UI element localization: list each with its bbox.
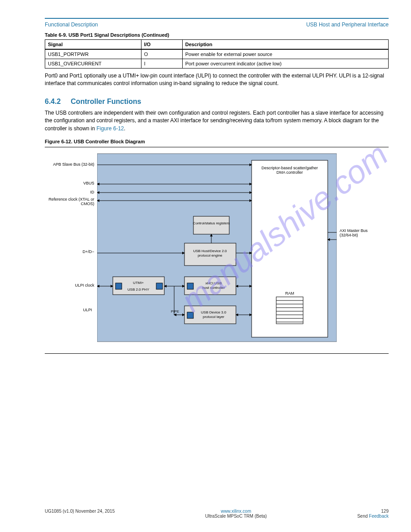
section-number: 6.4.2 (45, 98, 61, 105)
th-signal: Signal (45, 40, 141, 50)
svg-rect-2 (276, 297, 303, 324)
footer-page: 129 (357, 509, 389, 514)
table-header-row: Signal I/O Description (45, 40, 389, 50)
txt-csr: Control/status registers (193, 221, 229, 225)
svg-rect-13 (187, 283, 193, 289)
txt-pipe: PIPE (171, 309, 179, 313)
txt-phy2: USB 2.0 PHY (127, 287, 149, 292)
label-master-bus: AXI Master Bus (32/64-bit) (340, 229, 376, 238)
signals-table: Signal I/O Description USB1_PORTPWR O Po… (45, 39, 389, 69)
cell-signal: USB1_OVERCURRENT (45, 59, 141, 69)
txt-ram: RAM (285, 291, 294, 296)
section-body: The USB controllers are independent with… (45, 109, 389, 133)
svg-rect-18 (156, 283, 163, 289)
header-row: Functional Description USB Host and Peri… (45, 21, 389, 28)
label-ulpi-clk: ULPI clock (66, 283, 97, 288)
txt-phy2-utmi: UTMI+ (133, 281, 144, 285)
txt-protocol-engine: USB Host/Device 2.0protocol engine (193, 249, 227, 257)
table-row: USB1_PORTPWR O Power enable for external… (45, 49, 389, 59)
figure-top-rule (45, 147, 389, 147)
svg-rect-17 (116, 283, 122, 289)
footer: UG1085 (v1.0) November 24, 2015 www.xili… (45, 509, 389, 519)
cell-signal: USB1_PORTPWR (45, 49, 141, 59)
footer-center-title: UltraScale MPSoC TRM (Beta) (205, 514, 267, 519)
svg-rect-15 (187, 312, 193, 318)
footer-feedback-link[interactable]: Feedback (369, 514, 389, 519)
intro-paragraph: Port0 and Port1 optionally use a UTMI+ l… (45, 72, 389, 88)
th-desc: Description (182, 40, 388, 50)
label-ulpi: ULPI (81, 308, 94, 313)
svg-rect-10 (193, 216, 229, 234)
th-io: I/O (141, 40, 182, 50)
cell-io: I (141, 59, 182, 69)
header-left: Functional Description (45, 21, 98, 28)
figure-ref[interactable]: Figure 6-12 (96, 125, 124, 132)
cell-io: O (141, 49, 182, 59)
footer-send: Send (357, 514, 369, 519)
label-refclk: Reference clock (XTAL or CMOS) (43, 197, 97, 206)
footer-docid: UG1085 (v1.0) November 24, 2015 (45, 509, 115, 514)
table-title: Table 6-9. USB Port1 Signal Descriptions… (45, 32, 389, 38)
cell-desc: Power enable for external power source (182, 49, 388, 59)
header-rule (45, 18, 389, 19)
label-slave-bus: APB Slave Bus (32-bit) (48, 163, 97, 167)
txt-protocol-layer: USB Device 3.0protocol layer (201, 310, 226, 319)
txt-xhci: xHCI USBhost controller (202, 281, 225, 290)
diagram-svg: Descriptor-based scatter/gatherDMA contr… (97, 149, 337, 351)
figure-title: Figure 6-12. USB Controller Block Diagra… (45, 139, 389, 144)
label-id: ID (70, 190, 97, 195)
cell-desc: Port power overcurrent indicator (active… (182, 59, 388, 69)
section-title: Controller Functions (71, 98, 141, 106)
header-right: USB Host and Peripheral Interface (306, 21, 389, 28)
figure-wrap: APB Slave Bus (32-bit) VBUS ID Reference… (45, 149, 389, 351)
footer-center-link[interactable]: www.xilinx.com (205, 509, 267, 514)
table-row: USB1_OVERCURRENT I Port power overcurren… (45, 59, 389, 69)
figure-bottom-rule (45, 353, 389, 354)
label-vbus: VBUS (70, 181, 97, 186)
section-body-text: The USB controllers are independent with… (45, 110, 383, 132)
label-dplusminus: D+/D− (70, 250, 97, 254)
block-diagram: APB Slave Bus (32-bit) VBUS ID Reference… (97, 149, 337, 351)
